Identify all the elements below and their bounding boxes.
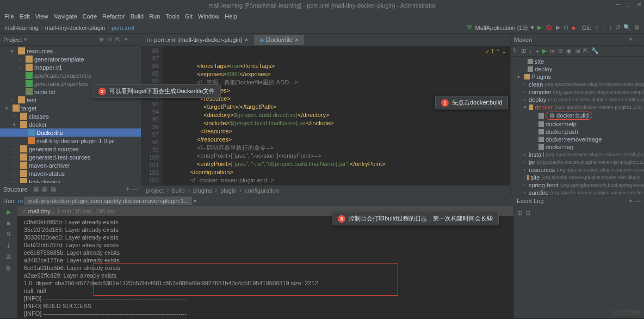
config-icon[interactable]: ⇅ — [6, 231, 11, 238]
project-select-icon[interactable]: ⊕ — [99, 36, 104, 43]
maven-item[interactable]: docker:tag — [511, 143, 644, 151]
tree-item[interactable]: ›maven-status — [0, 169, 141, 177]
rerun-icon[interactable]: ▶ — [7, 208, 11, 216]
tree-item[interactable]: ›generated-test-sources — [0, 153, 141, 161]
maven-item[interactable]: deploy — [511, 65, 644, 73]
offline-icon[interactable]: ◉ — [566, 47, 572, 54]
tab-dockerfile[interactable]: ◆Dockerfile× — [254, 35, 304, 45]
download-icon[interactable]: ↓ — [529, 48, 532, 54]
tree-item[interactable]: ▾docker — [0, 120, 141, 128]
close-tab-icon[interactable]: × — [245, 36, 248, 43]
editor-breadcrumb[interactable]: project›build›plugins›plugin›configurati… — [141, 185, 510, 195]
maven-item[interactable]: ›deploy (org.apache.maven.plugins:maven-… — [511, 96, 644, 103]
menu-tools[interactable]: Tools — [165, 13, 179, 20]
add-icon[interactable]: + — [536, 48, 539, 54]
maven-label[interactable]: Maven — [514, 36, 532, 43]
crumb-file[interactable]: pom.xml — [112, 24, 134, 31]
maximize-icon[interactable]: □ — [627, 1, 630, 8]
run-sub[interactable]: mall-tiny... — [28, 208, 55, 214]
reload-icon[interactable]: ↻ — [513, 47, 518, 54]
maven-settings-icon[interactable]: 🔧 — [591, 47, 599, 54]
stop-run-icon[interactable]: ■ — [7, 220, 10, 226]
expand-icon[interactable]: ⇲ — [575, 47, 580, 54]
maven-item[interactable]: docker:help — [511, 120, 644, 128]
structure-header[interactable]: Structure ▦▦▦ ✶ — — [0, 183, 141, 195]
generate-icon[interactable]: ⊞ — [521, 47, 526, 54]
tree-item[interactable]: ▾target — [0, 104, 141, 112]
menu-run[interactable]: Run — [149, 13, 160, 20]
tree-item[interactable]: ›generator.template — [0, 55, 141, 63]
run-tab[interactable]: mall-tiny-docker-plugin [com.spotify:doc… — [24, 197, 192, 205]
run-maven-icon[interactable]: ▶ — [542, 47, 547, 54]
search-icon[interactable]: 🔍 — [623, 24, 631, 31]
tree-item[interactable]: ›classes — [0, 112, 141, 120]
minimize-icon[interactable]: ─ — [616, 1, 621, 8]
inspections-badge[interactable]: ✓ 1 ⌃ ⌄ — [485, 48, 506, 56]
structure-label[interactable]: Structure — [3, 186, 28, 193]
maven-item[interactable]: ›surefire (org.apache.maven.plugins:mave… — [511, 189, 644, 195]
maven-item[interactable]: site — [511, 58, 644, 65]
tree-item[interactable]: ›generated-sources — [0, 145, 141, 153]
tree-item[interactable]: ›mapper.v1 — [0, 63, 141, 71]
maven-item[interactable]: ›jar (org.apache.maven.plugins:maven-jar… — [511, 158, 644, 166]
code-area[interactable]: ✓ 1 ⌃ ⌄ <forceTags>true</forceTags> <exp… — [163, 46, 510, 185]
maven-item[interactable]: ›spring-boot (org.springframework.boot:s… — [511, 181, 644, 189]
event-clear-icon[interactable]: ⊟ — [525, 210, 530, 217]
maven-item[interactable]: ›compiler (org.apache.maven.plugins:mave… — [511, 88, 644, 96]
vcs-commit-icon[interactable]: ↓ — [603, 24, 606, 31]
event-settings-icon[interactable]: ⊞ — [517, 210, 522, 217]
vcs-history-icon[interactable]: ↺ — [615, 24, 620, 31]
maven-tree[interactable]: sitedeploy▾Plugins›clean (org.apache.mav… — [511, 57, 644, 195]
menu-refactor[interactable]: Refactor — [102, 13, 125, 20]
exec-icon[interactable]: ⊘ — [558, 47, 563, 54]
vcs-push-icon[interactable]: ↑ — [609, 24, 612, 31]
tree-item[interactable]: Dockerfile — [0, 128, 141, 137]
close-icon[interactable]: ✕ — [637, 1, 642, 8]
tree-item[interactable]: mall-tiny-docker-plugin-1.0.jar — [0, 137, 141, 145]
maven-item[interactable]: ▾Plugins — [511, 73, 644, 81]
crumb-module[interactable]: mall-tiny-docker-plugin — [45, 24, 106, 31]
menu-build[interactable]: Build — [131, 13, 144, 20]
hammer-icon[interactable]: ⚒ — [467, 24, 472, 31]
toggle-icon[interactable]: m — [550, 48, 555, 54]
close-tab-icon[interactable]: × — [295, 36, 298, 43]
project-hide-icon[interactable]: — — [132, 36, 138, 43]
menu-edit[interactable]: Edit — [20, 13, 30, 20]
menu-git[interactable]: Git — [185, 13, 193, 20]
project-label[interactable]: Project — [3, 36, 22, 43]
tree-item[interactable]: ▾resources — [0, 47, 141, 55]
maven-item[interactable]: ›install (org.apache.maven.plugins:maven… — [511, 151, 644, 158]
menu-file[interactable]: File — [4, 13, 14, 20]
stop-icon[interactable]: ■ — [572, 24, 575, 31]
maven-item[interactable]: ▾docker (com.spotify:docker-maven-plugin… — [511, 103, 644, 111]
crumb-root[interactable]: mall-learning — [4, 24, 39, 31]
maven-item[interactable]: docker:removeImage — [511, 136, 644, 143]
menu-navigate[interactable]: Navigate — [53, 13, 77, 20]
profile-icon[interactable]: ⊙ — [564, 24, 568, 31]
vcs-update-icon[interactable]: ✓ — [595, 24, 599, 31]
collapse-icon[interactable]: ⇱ — [583, 47, 588, 54]
run-config-select[interactable]: MallApplication (19) — [475, 24, 528, 31]
tab-pomxml[interactable]: mpom.xml (mall-tiny-docker-plugin)× — [141, 35, 253, 45]
maven-item[interactable]: docker:push — [511, 128, 644, 136]
maven-item[interactable]: ⚙ docker:build — [511, 111, 644, 120]
menu-view[interactable]: View — [35, 13, 48, 20]
scroll-icon[interactable]: ⤓ — [6, 242, 11, 249]
print-icon[interactable]: 🖶 — [5, 254, 11, 260]
tree-item[interactable]: ›test-classes — [0, 177, 141, 183]
maven-item[interactable]: ›clean (org.apache.maven.plugins:maven-c… — [511, 81, 644, 88]
project-collapse-icon[interactable]: ⇱ — [115, 36, 120, 43]
project-tree[interactable]: ▾resources›generator.template›mapper.v1a… — [0, 46, 141, 183]
close-run-tab-icon[interactable]: × — [193, 198, 196, 204]
project-settings-icon[interactable]: ✶ — [123, 36, 128, 43]
project-expand-icon[interactable]: ⇲ — [107, 36, 112, 43]
tree-item[interactable]: application.properties — [0, 71, 141, 79]
trash-icon[interactable]: 🗑 — [5, 265, 11, 271]
menu-window[interactable]: Window — [198, 13, 219, 20]
run-icon[interactable]: ▶ — [537, 24, 542, 31]
console[interactable]: c3fe59dd955b: Layer already exists35c20f… — [17, 216, 513, 318]
tree-item[interactable]: ›maven-archiver — [0, 161, 141, 169]
maven-item[interactable]: ›resources (org.apache.maven.plugins:mav… — [511, 166, 644, 174]
menu-help[interactable]: Help — [225, 13, 237, 20]
coverage-icon[interactable]: ▶ — [556, 24, 560, 31]
